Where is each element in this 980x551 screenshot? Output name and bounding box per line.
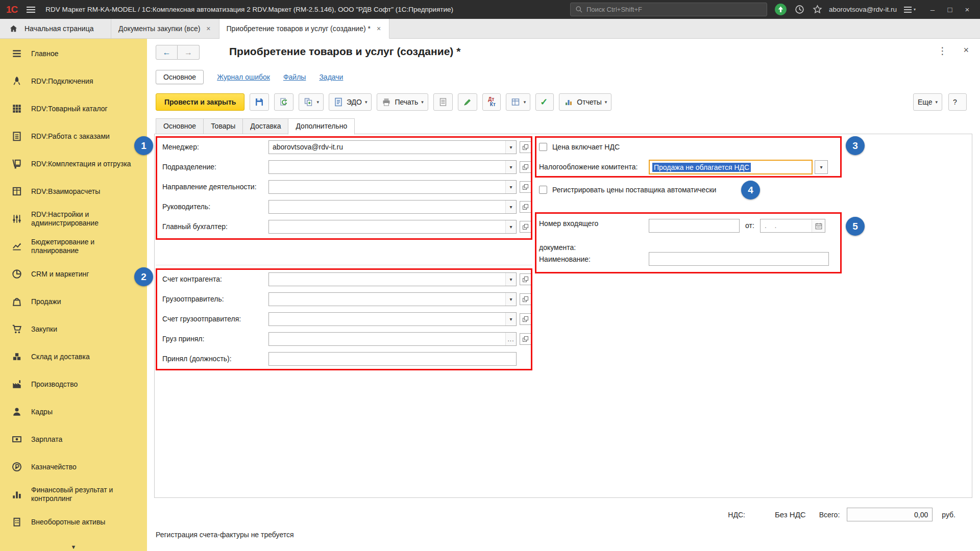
total-amount-input[interactable] — [847, 508, 933, 521]
global-search[interactable] — [570, 3, 767, 16]
price-includes-vat-checkbox[interactable] — [539, 143, 547, 151]
navlink-tasks[interactable]: Задачи — [319, 73, 343, 81]
sidebar-item-hr[interactable]: Кадры — [0, 398, 147, 425]
sidebar-scroll-down-icon[interactable]: ▼ — [0, 544, 147, 550]
sidebar-item-noncurrent-assets[interactable]: Внеоборотные активы — [0, 508, 147, 536]
tab-osnovnoe[interactable]: Основное — [156, 118, 203, 134]
navlink-main[interactable]: Основное — [156, 70, 204, 84]
service-menu-icon[interactable]: ▾ — [904, 7, 916, 13]
tab-dopolnitelno[interactable]: Дополнительно — [288, 118, 355, 135]
forward-button[interactable]: → — [178, 45, 200, 60]
open-button[interactable] — [520, 333, 531, 345]
tab-home[interactable]: Начальная страница — [0, 19, 111, 38]
close-tab-icon[interactable]: × — [205, 24, 211, 33]
close-tab-icon[interactable]: × — [376, 24, 382, 33]
sidebar-item-sales[interactable]: Продажи — [0, 288, 147, 315]
chevron-down-icon[interactable]: ▾ — [505, 201, 516, 213]
sidebar-item-main[interactable]: Главное — [0, 40, 147, 67]
sidebar-item-rdv-settings-admin[interactable]: RDV:Настройки и администрирование — [0, 205, 147, 233]
open-button[interactable] — [520, 201, 531, 213]
calendar-icon[interactable] — [812, 219, 825, 232]
maximize-button[interactable]: □ — [941, 0, 959, 19]
open-button[interactable] — [520, 293, 531, 305]
consignor-combobox[interactable]: ▾ — [268, 292, 517, 306]
chevron-down-icon[interactable]: ▾ — [505, 181, 516, 193]
current-user[interactable]: aborovtsova@rdv-it.ru — [829, 6, 897, 13]
open-button[interactable] — [520, 181, 531, 193]
sidebar-item-production[interactable]: Производство — [0, 370, 147, 398]
form-close-icon[interactable]: × — [963, 45, 969, 56]
chevron-down-icon[interactable]: ▾ — [505, 273, 516, 286]
post-and-close-button[interactable]: Провести и закрыть — [156, 93, 244, 111]
chevron-down-icon[interactable]: ▾ — [505, 161, 516, 173]
open-button[interactable] — [520, 141, 531, 153]
tab-purchase-documents[interactable]: Документы закупки (все) × — [111, 19, 219, 38]
auto-register-prices-checkbox[interactable] — [539, 186, 547, 194]
edo-button[interactable]: ЭДО ▾ — [329, 93, 372, 111]
form-more-menu-icon[interactable]: ⋮ — [938, 45, 947, 57]
create-based-on-button[interactable]: ▾ — [299, 93, 324, 111]
tab-dostavka[interactable]: Доставка — [242, 118, 288, 134]
ellipsis-picker-icon[interactable]: ... — [505, 333, 516, 345]
main-menu-icon[interactable] — [27, 7, 35, 13]
open-button[interactable] — [520, 161, 531, 173]
incoming-number-input[interactable] — [649, 219, 740, 233]
open-button[interactable] — [520, 273, 531, 285]
fill-check-button[interactable] — [458, 93, 477, 111]
sidebar-item-rdv-catalog[interactable]: RDV:Товарный каталог — [0, 95, 147, 122]
chevron-down-icon[interactable]: ▾ — [505, 313, 516, 325]
document-register-button[interactable]: ▾ — [506, 93, 531, 111]
navlink-files[interactable]: Файлы — [283, 73, 306, 81]
committent-tax-dropdown-button[interactable]: ▾ — [815, 160, 828, 174]
sidebar-item-rdv-connections[interactable]: RDV:Подключения — [0, 67, 147, 95]
sidebar-item-budgeting[interactable]: Бюджетирование и планирование — [0, 233, 147, 260]
history-icon[interactable] — [794, 4, 805, 15]
head-combobox[interactable]: ▾ — [268, 200, 517, 214]
sidebar-item-rdv-picking-shipping[interactable]: RDV:Комплектация и отгрузка — [0, 150, 147, 178]
back-button[interactable]: ← — [156, 45, 178, 60]
chevron-down-icon[interactable]: ▾ — [505, 293, 516, 306]
chevron-down-icon[interactable]: ▾ — [505, 220, 516, 233]
price-includes-vat-label[interactable]: Цена включает НДС — [552, 140, 620, 154]
tab-goods-services-acquisition[interactable]: Приобретение товаров и услуг (создание) … — [219, 19, 390, 39]
sidebar-item-purchases[interactable]: Закупки — [0, 315, 147, 343]
department-combobox[interactable]: ▾ — [268, 160, 517, 174]
open-button[interactable] — [520, 221, 531, 233]
open-button[interactable] — [520, 313, 531, 325]
close-window-button[interactable]: × — [959, 0, 976, 19]
help-button[interactable]: ? — [948, 93, 967, 111]
name-input[interactable] — [649, 252, 829, 266]
chief-accountant-combobox[interactable]: ▾ — [268, 220, 517, 234]
dt-kt-button[interactable]: Дт Кт — [482, 93, 501, 111]
committent-tax-combobox[interactable]: Продажа не облагается НДС — [649, 160, 813, 174]
search-input[interactable] — [586, 6, 763, 13]
sidebar-item-treasury[interactable]: Казначейство — [0, 453, 147, 481]
manager-combobox[interactable]: aborovtsova@rdv-it.ru ▾ — [268, 140, 517, 154]
sidebar-item-financial-result[interactable]: Финансовый результат и контроллинг — [0, 481, 147, 508]
chevron-down-icon[interactable]: ▾ — [505, 141, 516, 154]
sidebar-item-crm-marketing[interactable]: CRM и маркетинг — [0, 260, 147, 288]
accepted-position-input[interactable] — [268, 352, 517, 366]
consignor-account-combobox[interactable]: ▾ — [268, 312, 517, 326]
incoming-date-field[interactable]: . . — [760, 219, 825, 233]
tab-tovary[interactable]: Товары — [203, 118, 242, 134]
check-button[interactable]: ✓ — [535, 93, 554, 111]
print-button[interactable]: Печать ▾ — [377, 93, 428, 111]
cargo-accepted-by-field[interactable]: ... — [268, 332, 517, 346]
save-button[interactable] — [250, 93, 269, 111]
auto-register-prices-label[interactable]: Регистрировать цены поставщика автоматич… — [552, 183, 716, 197]
business-line-combobox[interactable]: ▾ — [268, 180, 517, 194]
favorites-star-icon[interactable] — [812, 4, 823, 15]
sidebar-item-salary[interactable]: Зарплата — [0, 425, 147, 453]
invoice-document-button[interactable] — [433, 93, 453, 111]
minimize-button[interactable]: – — [924, 0, 941, 19]
post-document-button[interactable] — [274, 93, 293, 111]
discussions-icon[interactable] — [774, 3, 787, 16]
navlink-error-log[interactable]: Журнал ошибок — [217, 73, 270, 81]
sidebar-item-rdv-settlements[interactable]: RDV:Взаиморасчеты — [0, 178, 147, 205]
more-button[interactable]: Еще ▾ — [913, 93, 942, 111]
sidebar-item-rdv-orders[interactable]: RDV:Работа с заказами — [0, 122, 147, 150]
reports-button[interactable]: Отчеты ▾ — [559, 93, 611, 111]
counterparty-account-combobox[interactable]: ▾ — [268, 272, 517, 286]
sidebar-item-warehouse-delivery[interactable]: Склад и доставка — [0, 343, 147, 370]
